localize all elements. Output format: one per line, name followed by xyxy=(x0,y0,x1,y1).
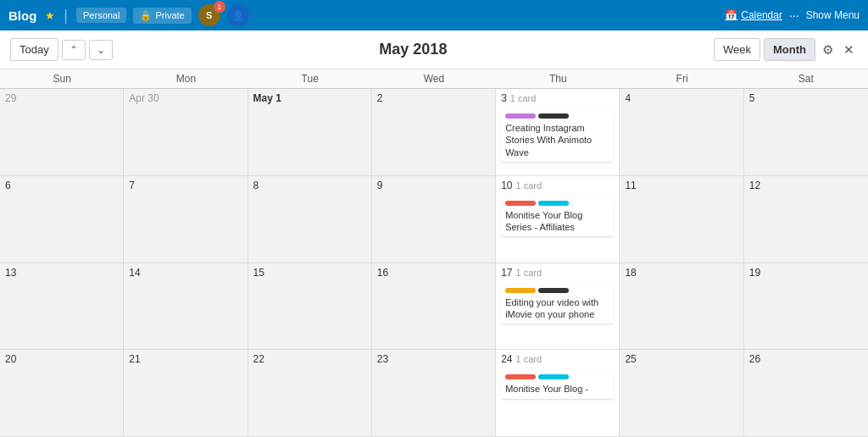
card-item[interactable]: Creating Instagram Stories With Animoto … xyxy=(501,110,614,162)
day-cell-0-5[interactable]: 4 xyxy=(620,89,743,175)
card-count: 1 card xyxy=(510,93,537,103)
brand-label[interactable]: Blog xyxy=(8,8,36,23)
avatar-user[interactable]: S 1 xyxy=(198,4,220,26)
day-number: 7 xyxy=(129,180,135,191)
day-cell-2-0[interactable]: 13 xyxy=(0,263,124,350)
day-cell-2-2[interactable]: 15 xyxy=(248,263,372,350)
week-row-0: 29Apr 30May 1231 cardCreating Instagram … xyxy=(0,89,868,176)
top-bar: Blog ★ | Personal 🔒 Private S 1 👤 📅 Cale… xyxy=(0,0,868,30)
day-cell-3-1[interactable]: 21 xyxy=(124,350,248,436)
day-cell-3-0[interactable]: 20 xyxy=(0,350,124,436)
day-number: 25 xyxy=(625,353,636,365)
day-number: 21 xyxy=(129,353,140,365)
day-cell-1-2[interactable]: 8 xyxy=(248,176,372,263)
day-number: 17 xyxy=(501,267,512,279)
label-pill-0 xyxy=(505,113,536,119)
day-number: 13 xyxy=(5,267,16,279)
card-labels xyxy=(505,288,609,293)
label-pill-0 xyxy=(505,374,536,379)
day-cell-3-4[interactable]: 241 cardMonitise Your Blog - xyxy=(496,350,620,436)
calendar-title: May 2018 xyxy=(113,41,714,58)
month-view-button[interactable]: Month xyxy=(764,38,815,61)
nav-group: Today ⌃ ⌄ xyxy=(10,38,113,61)
card-text: Monitise Your Blog - xyxy=(505,383,609,395)
board-visibility-private[interactable]: 🔒 Private xyxy=(133,8,191,24)
day-cell-2-5[interactable]: 18 xyxy=(620,263,743,350)
day-cell-2-3[interactable]: 16 xyxy=(372,263,496,350)
next-button[interactable]: ⌄ xyxy=(89,40,113,60)
day-number: 24 xyxy=(501,353,512,365)
day-cell-3-5[interactable]: 25 xyxy=(620,350,743,436)
day-number: 29 xyxy=(5,92,16,104)
day-cell-0-4[interactable]: 31 cardCreating Instagram Stories With A… xyxy=(496,89,620,175)
avatar-team[interactable]: 👤 xyxy=(227,4,249,26)
day-number: 12 xyxy=(749,180,760,191)
today-button[interactable]: Today xyxy=(10,38,58,61)
day-number: 2 xyxy=(377,92,383,104)
card-item[interactable]: Monitise Your Blog - xyxy=(501,371,614,398)
visibility-label: Private xyxy=(155,10,184,20)
day-cell-2-4[interactable]: 171 cardEditing your video with iMovie o… xyxy=(496,263,620,350)
day-cell-2-1[interactable]: 14 xyxy=(124,263,248,350)
day-cell-1-0[interactable]: 6 xyxy=(0,176,124,263)
day-number: 22 xyxy=(253,353,264,365)
card-item[interactable]: Monitise Your Blog Series - Affiliates xyxy=(501,197,614,237)
day-header-wed: Wed xyxy=(372,69,496,88)
card-labels xyxy=(505,113,609,119)
day-cell-2-6[interactable]: 19 xyxy=(744,263,868,350)
day-cell-0-3[interactable]: 2 xyxy=(372,89,496,175)
board-name-personal[interactable]: Personal xyxy=(76,8,126,23)
day-header-fri: Fri xyxy=(620,69,743,88)
day-cell-3-6[interactable]: 26 xyxy=(744,350,868,436)
day-cell-0-2[interactable]: May 1 xyxy=(248,89,372,175)
day-cell-1-1[interactable]: 7 xyxy=(124,176,248,263)
card-count: 1 card xyxy=(516,354,542,364)
top-bar-right: 📅 Calendar ··· Show Menu xyxy=(725,8,860,22)
day-number: 14 xyxy=(129,267,140,279)
day-cell-1-4[interactable]: 101 cardMonitise Your Blog Series - Affi… xyxy=(496,176,620,263)
day-cell-0-0[interactable]: 29 xyxy=(0,89,124,175)
day-cell-1-3[interactable]: 9 xyxy=(372,176,496,263)
day-number: May 1 xyxy=(253,92,281,104)
settings-icon[interactable]: ⚙ xyxy=(819,39,837,61)
card-text: Monitise Your Blog Series - Affiliates xyxy=(505,209,609,234)
day-number: 20 xyxy=(5,353,16,365)
show-menu-button[interactable]: Show Menu xyxy=(806,9,860,21)
day-cell-1-5[interactable]: 11 xyxy=(620,176,743,263)
day-headers: Sun Mon Tue Wed Thu Fri Sat xyxy=(0,69,868,89)
day-cell-3-3[interactable]: 23 xyxy=(372,350,496,436)
day-cell-3-2[interactable]: 22 xyxy=(248,350,372,436)
prev-button[interactable]: ⌃ xyxy=(62,40,86,60)
week-view-button[interactable]: Week xyxy=(714,38,760,61)
notification-badge: 1 xyxy=(214,1,225,13)
board-name-label: Personal xyxy=(83,10,120,20)
day-number: 8 xyxy=(253,180,259,191)
week-row-1: 6789101 cardMonitise Your Blog Series - … xyxy=(0,176,868,263)
card-labels xyxy=(505,201,609,206)
day-number: 6 xyxy=(5,180,11,191)
team-icon: 👤 xyxy=(232,10,244,21)
calendar-link-label: Calendar xyxy=(741,9,782,21)
divider: | xyxy=(64,7,68,25)
show-menu-label: Show Menu xyxy=(806,9,860,21)
day-number: 18 xyxy=(625,267,636,279)
day-number: 9 xyxy=(377,180,383,191)
card-item[interactable]: Editing your video with iMovie on your p… xyxy=(501,285,614,324)
day-header-thu: Thu xyxy=(496,69,620,88)
card-text: Editing your video with iMovie on your p… xyxy=(505,296,609,321)
calendar-container: Today ⌃ ⌄ May 2018 Week Month ⚙ ✕ Sun Mo… xyxy=(0,30,868,437)
day-cell-0-1[interactable]: Apr 30 xyxy=(124,89,248,175)
calendar-link[interactable]: 📅 Calendar xyxy=(725,9,782,21)
card-text: Creating Instagram Stories With Animoto … xyxy=(505,122,609,158)
day-cell-1-6[interactable]: 12 xyxy=(744,176,868,263)
calendar-toolbar: Today ⌃ ⌄ May 2018 Week Month ⚙ ✕ xyxy=(0,30,868,69)
day-number: Apr 30 xyxy=(129,92,159,104)
day-header-sat: Sat xyxy=(744,69,868,88)
day-header-tue: Tue xyxy=(248,69,372,88)
close-icon[interactable]: ✕ xyxy=(840,39,858,61)
day-number: 3 xyxy=(501,92,507,104)
star-icon[interactable]: ★ xyxy=(45,9,55,22)
day-cell-0-6[interactable]: 5 xyxy=(744,89,868,175)
card-count: 1 card xyxy=(516,180,542,191)
day-number: 5 xyxy=(749,92,755,104)
